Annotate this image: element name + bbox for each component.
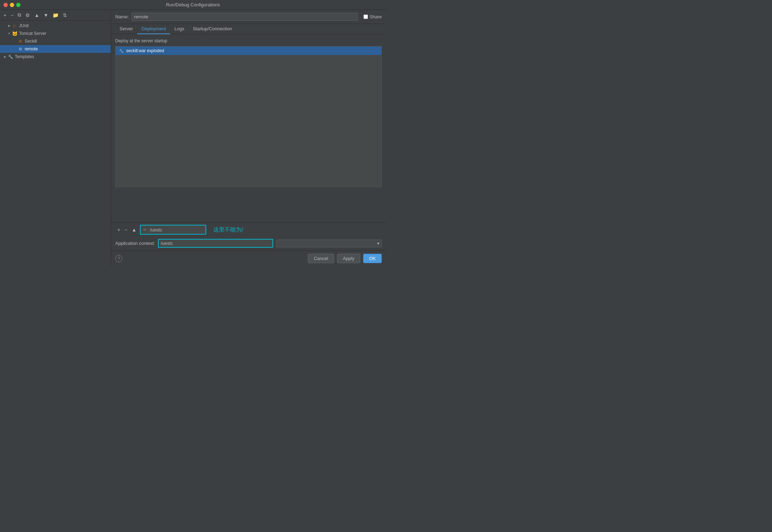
folder-button[interactable]: 📁 <box>51 12 60 19</box>
tab-deployment[interactable]: Deployment <box>137 24 170 34</box>
left-panel: + − ⧉ ⚙ ▲ ▼ 📁 ⇅ ▷ JUnit 🐱 Tomcat Server <box>0 10 111 266</box>
app-context-input-wrapper: ✏ <box>140 225 206 235</box>
close-button[interactable] <box>4 3 8 7</box>
dropdown-arrow-icon: ▾ <box>377 241 379 246</box>
action-buttons: ? Cancel Apply OK <box>111 250 386 266</box>
tree-label-remote: remote <box>25 47 38 51</box>
right-panel: Name: Share Server Deployment Logs Start… <box>111 10 386 266</box>
junit-icon: ▷ <box>12 23 18 29</box>
help-button[interactable]: ? <box>115 255 122 262</box>
tab-server[interactable]: Server <box>115 24 137 34</box>
copy-config-button[interactable]: ⧉ <box>16 11 23 19</box>
deploy-item-seckill[interactable]: 🔧 seckill:war exploded <box>116 47 381 55</box>
move-down-button[interactable]: ▼ <box>42 12 50 19</box>
tree-label-seckill: Seckill <box>25 39 37 44</box>
tree-item-tomcat[interactable]: 🐱 Tomcat Server <box>0 30 111 37</box>
ok-button[interactable]: OK <box>363 254 382 263</box>
name-label: Name: <box>115 14 129 19</box>
seckill-icon: ⚙ <box>18 38 23 44</box>
tree-item-remote[interactable]: ⚙ remote <box>0 45 111 53</box>
tabs-bar: Server Deployment Logs Startup/Connectio… <box>111 24 386 34</box>
deploy-item-label: seckill:war exploded <box>126 48 164 53</box>
cancel-button[interactable]: Cancel <box>308 254 334 263</box>
section-label: Deploy at the server startup <box>115 38 382 43</box>
tree-arrow-tomcat <box>7 31 11 36</box>
tab-logs[interactable]: Logs <box>170 24 189 34</box>
name-input[interactable] <box>131 13 358 21</box>
app-context-label: Application context: <box>115 241 155 246</box>
maximize-button[interactable] <box>16 3 20 7</box>
app-context-dropdown[interactable]: ▾ <box>276 240 382 247</box>
deploy-item-icon: 🔧 <box>118 48 124 54</box>
main-layout: + − ⧉ ⚙ ▲ ▼ 📁 ⇅ ▷ JUnit 🐱 Tomcat Server <box>0 10 386 266</box>
tree-item-junit[interactable]: ▷ JUnit <box>0 22 111 30</box>
tomcat-icon: 🐱 <box>12 31 18 36</box>
move-artifact-up-button[interactable]: ▲ <box>129 226 139 233</box>
tree-arrow-templates <box>3 55 7 59</box>
tree-label-templates: Templates <box>15 54 34 59</box>
app-context-input[interactable] <box>148 227 205 233</box>
share-checkbox-row: Share <box>363 14 382 19</box>
config-tree: ▷ JUnit 🐱 Tomcat Server ⚙ Seckill ⚙ remo… <box>0 20 111 266</box>
settings-button[interactable]: ⚙ <box>24 12 31 19</box>
share-checkbox[interactable] <box>363 14 368 19</box>
content-area: Deploy at the server startup 🔧 seckill:w… <box>111 34 386 222</box>
bottom-actions-bar: + − ▲ ✏ 这里不能为/ <box>111 222 386 237</box>
remove-artifact-button[interactable]: − <box>122 226 129 233</box>
tab-startup[interactable]: Startup/Connection <box>189 24 236 34</box>
add-config-button[interactable]: + <box>2 12 8 19</box>
toolbar: + − ⧉ ⚙ ▲ ▼ 📁 ⇅ <box>0 10 111 20</box>
share-label: Share <box>369 14 382 19</box>
remove-config-button[interactable]: − <box>9 12 15 19</box>
window-title: Run/Debug Configurations <box>166 2 220 7</box>
app-context-value-input[interactable] <box>158 239 273 248</box>
remote-icon: ⚙ <box>18 46 23 52</box>
name-row: Name: Share <box>111 10 386 24</box>
tree-item-seckill[interactable]: ⚙ Seckill <box>0 37 111 45</box>
titlebar: Run/Debug Configurations <box>0 0 386 10</box>
annotation-text: 这里不能为/ <box>213 226 243 234</box>
tree-item-templates[interactable]: 🔧 Templates <box>0 53 111 61</box>
tree-arrow-junit <box>7 24 11 28</box>
tree-label-tomcat: Tomcat Server <box>19 31 46 36</box>
move-up-button[interactable]: ▲ <box>33 12 41 19</box>
sort-button[interactable]: ⇅ <box>61 12 68 19</box>
minimize-button[interactable] <box>10 3 14 7</box>
apply-button[interactable]: Apply <box>337 254 361 263</box>
templates-icon: 🔧 <box>8 54 13 60</box>
pencil-icon: ✏ <box>141 226 148 233</box>
traffic-lights <box>4 3 20 7</box>
add-artifact-button[interactable]: + <box>115 226 122 233</box>
tree-label-junit: JUnit <box>19 23 29 28</box>
deploy-list: 🔧 seckill:war exploded <box>115 46 382 187</box>
app-context-row: Application context: ▾ <box>111 237 386 250</box>
